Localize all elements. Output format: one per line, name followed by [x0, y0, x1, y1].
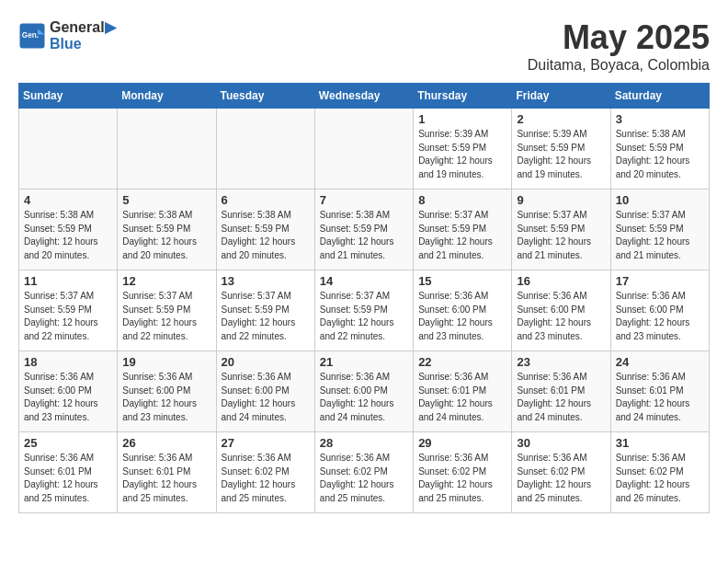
- day-info: Sunrise: 5:38 AM Sunset: 5:59 PM Dayligh…: [616, 128, 704, 181]
- day-number: 1: [418, 112, 506, 126]
- day-info: Sunrise: 5:36 AM Sunset: 6:01 PM Dayligh…: [517, 371, 605, 424]
- day-number: 14: [320, 274, 408, 288]
- day-number: 2: [517, 112, 605, 126]
- weekday-header-saturday: Saturday: [610, 84, 709, 109]
- day-number: 30: [517, 436, 605, 450]
- weekday-header-friday: Friday: [512, 84, 610, 109]
- calendar-cell: 1Sunrise: 5:39 AM Sunset: 5:59 PM Daylig…: [414, 109, 512, 190]
- day-info: Sunrise: 5:36 AM Sunset: 6:02 PM Dayligh…: [616, 452, 704, 505]
- day-info: Sunrise: 5:36 AM Sunset: 6:02 PM Dayligh…: [517, 452, 605, 505]
- calendar-cell: 18Sunrise: 5:36 AM Sunset: 6:00 PM Dayli…: [19, 351, 118, 432]
- logo-line1: General▶: [50, 18, 116, 36]
- day-info: Sunrise: 5:37 AM Sunset: 5:59 PM Dayligh…: [517, 209, 605, 262]
- day-info: Sunrise: 5:36 AM Sunset: 6:00 PM Dayligh…: [24, 371, 112, 424]
- day-info: Sunrise: 5:36 AM Sunset: 6:01 PM Dayligh…: [24, 452, 112, 505]
- calendar-cell: 30Sunrise: 5:36 AM Sunset: 6:02 PM Dayli…: [512, 432, 610, 513]
- calendar-cell: 10Sunrise: 5:37 AM Sunset: 5:59 PM Dayli…: [610, 190, 709, 270]
- calendar-cell: 7Sunrise: 5:38 AM Sunset: 5:59 PM Daylig…: [314, 190, 413, 270]
- calendar-cell: 5Sunrise: 5:38 AM Sunset: 5:59 PM Daylig…: [118, 190, 216, 270]
- day-number: 9: [517, 193, 605, 207]
- weekday-header-tuesday: Tuesday: [216, 84, 314, 109]
- day-number: 19: [122, 355, 210, 369]
- calendar-cell: 2Sunrise: 5:39 AM Sunset: 5:59 PM Daylig…: [512, 109, 610, 190]
- calendar-cell: 29Sunrise: 5:36 AM Sunset: 6:02 PM Dayli…: [414, 432, 512, 513]
- day-info: Sunrise: 5:36 AM Sunset: 6:01 PM Dayligh…: [122, 452, 210, 505]
- svg-text:Gen.: Gen.: [22, 30, 39, 39]
- day-number: 16: [517, 274, 605, 288]
- weekday-header-sunday: Sunday: [19, 84, 118, 109]
- day-number: 10: [616, 193, 704, 207]
- day-number: 11: [24, 274, 112, 288]
- title-block: May 2025 Duitama, Boyaca, Colombia: [528, 18, 710, 74]
- day-info: Sunrise: 5:38 AM Sunset: 5:59 PM Dayligh…: [122, 209, 210, 262]
- calendar-cell: 20Sunrise: 5:36 AM Sunset: 6:00 PM Dayli…: [216, 351, 314, 432]
- logo-line2: Blue: [50, 36, 116, 52]
- calendar-cell: 22Sunrise: 5:36 AM Sunset: 6:01 PM Dayli…: [414, 351, 512, 432]
- day-number: 13: [222, 274, 310, 288]
- calendar-week-5: 25Sunrise: 5:36 AM Sunset: 6:01 PM Dayli…: [19, 432, 710, 513]
- day-number: 26: [122, 436, 210, 450]
- calendar-cell: 9Sunrise: 5:37 AM Sunset: 5:59 PM Daylig…: [512, 190, 610, 270]
- calendar-cell: 26Sunrise: 5:36 AM Sunset: 6:01 PM Dayli…: [118, 432, 216, 513]
- logo-icon: Gen.: [18, 22, 46, 50]
- day-info: Sunrise: 5:36 AM Sunset: 6:01 PM Dayligh…: [616, 371, 704, 424]
- calendar-cell: [19, 109, 118, 190]
- calendar-week-4: 18Sunrise: 5:36 AM Sunset: 6:00 PM Dayli…: [19, 351, 710, 432]
- day-info: Sunrise: 5:37 AM Sunset: 5:59 PM Dayligh…: [222, 290, 310, 343]
- calendar-cell: 16Sunrise: 5:36 AM Sunset: 6:00 PM Dayli…: [512, 270, 610, 351]
- calendar-cell: [314, 109, 413, 190]
- calendar-cell: 28Sunrise: 5:36 AM Sunset: 6:02 PM Dayli…: [314, 432, 413, 513]
- weekday-header-row: SundayMondayTuesdayWednesdayThursdayFrid…: [19, 84, 710, 109]
- day-number: 4: [24, 193, 112, 207]
- calendar-cell: [118, 109, 216, 190]
- day-number: 3: [616, 112, 704, 126]
- weekday-header-monday: Monday: [118, 84, 216, 109]
- day-number: 5: [122, 193, 210, 207]
- calendar-cell: 21Sunrise: 5:36 AM Sunset: 6:00 PM Dayli…: [314, 351, 413, 432]
- day-number: 20: [222, 355, 310, 369]
- calendar-cell: 23Sunrise: 5:36 AM Sunset: 6:01 PM Dayli…: [512, 351, 610, 432]
- day-number: 12: [122, 274, 210, 288]
- day-info: Sunrise: 5:36 AM Sunset: 6:00 PM Dayligh…: [517, 290, 605, 343]
- calendar-table: SundayMondayTuesdayWednesdayThursdayFrid…: [18, 83, 710, 513]
- calendar-cell: 3Sunrise: 5:38 AM Sunset: 5:59 PM Daylig…: [610, 109, 709, 190]
- day-info: Sunrise: 5:36 AM Sunset: 6:00 PM Dayligh…: [122, 371, 210, 424]
- location: Duitama, Boyaca, Colombia: [528, 57, 710, 74]
- page-header: Gen. General▶ Blue May 2025 Duitama, Boy…: [18, 18, 710, 74]
- calendar-cell: [216, 109, 314, 190]
- day-number: 25: [24, 436, 112, 450]
- calendar-cell: 27Sunrise: 5:36 AM Sunset: 6:02 PM Dayli…: [216, 432, 314, 513]
- calendar-cell: 12Sunrise: 5:37 AM Sunset: 5:59 PM Dayli…: [118, 270, 216, 351]
- day-number: 8: [418, 193, 506, 207]
- day-info: Sunrise: 5:36 AM Sunset: 6:02 PM Dayligh…: [418, 452, 506, 505]
- day-number: 29: [418, 436, 506, 450]
- day-number: 18: [24, 355, 112, 369]
- calendar-cell: 11Sunrise: 5:37 AM Sunset: 5:59 PM Dayli…: [19, 270, 118, 351]
- day-number: 24: [616, 355, 704, 369]
- day-number: 7: [320, 193, 408, 207]
- calendar-week-3: 11Sunrise: 5:37 AM Sunset: 5:59 PM Dayli…: [19, 270, 710, 351]
- day-number: 17: [616, 274, 704, 288]
- weekday-header-wednesday: Wednesday: [314, 84, 413, 109]
- day-number: 31: [616, 436, 704, 450]
- day-info: Sunrise: 5:36 AM Sunset: 6:00 PM Dayligh…: [616, 290, 704, 343]
- logo: Gen. General▶ Blue: [18, 18, 116, 52]
- day-number: 22: [418, 355, 506, 369]
- day-number: 28: [320, 436, 408, 450]
- calendar-cell: 25Sunrise: 5:36 AM Sunset: 6:01 PM Dayli…: [19, 432, 118, 513]
- weekday-header-thursday: Thursday: [414, 84, 512, 109]
- day-number: 21: [320, 355, 408, 369]
- day-number: 6: [222, 193, 310, 207]
- calendar-cell: 31Sunrise: 5:36 AM Sunset: 6:02 PM Dayli…: [610, 432, 709, 513]
- day-info: Sunrise: 5:36 AM Sunset: 6:00 PM Dayligh…: [320, 371, 408, 424]
- day-info: Sunrise: 5:36 AM Sunset: 6:00 PM Dayligh…: [222, 371, 310, 424]
- calendar-cell: 17Sunrise: 5:36 AM Sunset: 6:00 PM Dayli…: [610, 270, 709, 351]
- calendar-week-2: 4Sunrise: 5:38 AM Sunset: 5:59 PM Daylig…: [19, 190, 710, 270]
- day-info: Sunrise: 5:37 AM Sunset: 5:59 PM Dayligh…: [418, 209, 506, 262]
- calendar-cell: 8Sunrise: 5:37 AM Sunset: 5:59 PM Daylig…: [414, 190, 512, 270]
- calendar-cell: 4Sunrise: 5:38 AM Sunset: 5:59 PM Daylig…: [19, 190, 118, 270]
- day-info: Sunrise: 5:38 AM Sunset: 5:59 PM Dayligh…: [320, 209, 408, 262]
- calendar-cell: 13Sunrise: 5:37 AM Sunset: 5:59 PM Dayli…: [216, 270, 314, 351]
- calendar-cell: 14Sunrise: 5:37 AM Sunset: 5:59 PM Dayli…: [314, 270, 413, 351]
- day-number: 15: [418, 274, 506, 288]
